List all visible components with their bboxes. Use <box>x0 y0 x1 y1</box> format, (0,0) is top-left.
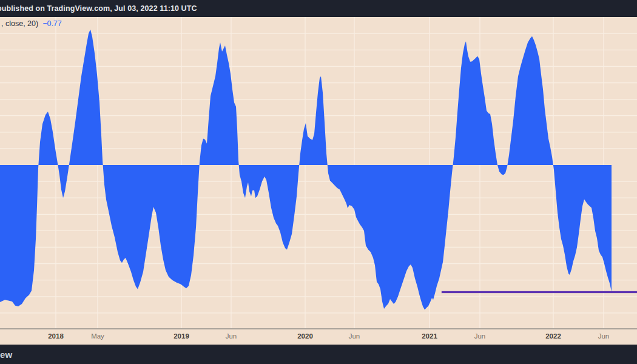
publish-note-text: published on TradingView.com, Jul 03, 20… <box>0 4 197 13</box>
tradingview-logo-fragment[interactable]: ew <box>0 349 12 360</box>
legend-value: −0.77 <box>42 19 62 28</box>
x-axis[interactable]: 2018May2019Jun2020Jun2021Jun2022Jun <box>0 329 637 345</box>
x-axis-tick-label: Jun <box>226 332 237 340</box>
x-axis-tick-label: 2022 <box>545 332 561 340</box>
x-axis-tick-label: Jun <box>349 332 360 340</box>
publish-banner: published on TradingView.com, Jul 03, 20… <box>0 0 637 17</box>
x-axis-tick-label: 2019 <box>174 332 189 340</box>
x-axis-tick-label: Jun <box>474 332 486 340</box>
footer-bar: ew <box>0 345 637 364</box>
x-axis-tick-label: May <box>91 332 104 340</box>
indicator-legend[interactable]: , close, 20)−0.77 <box>1 19 62 28</box>
x-axis-tick-label: 2018 <box>48 332 64 340</box>
legend-source-fragment: , close, 20) <box>1 19 38 28</box>
chart-canvas[interactable] <box>0 17 637 328</box>
x-axis-tick-label: Jun <box>598 332 610 340</box>
x-axis-tick-label: 2021 <box>422 332 437 340</box>
chart-pane[interactable]: , close, 20)−0.77 <box>0 17 637 328</box>
correlation-area-series <box>0 29 612 309</box>
horizontal-level-line[interactable] <box>442 291 637 293</box>
x-axis-tick-label: 2020 <box>297 332 313 340</box>
